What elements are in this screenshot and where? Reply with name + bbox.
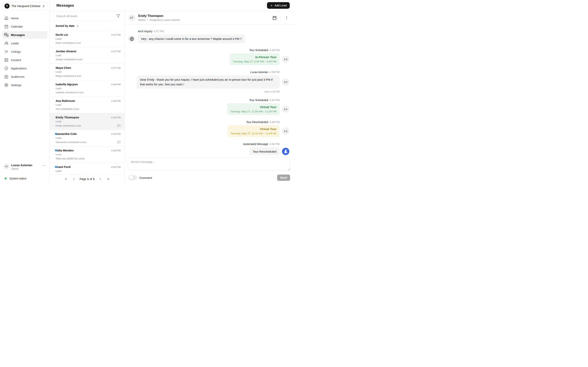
shield-check-icon: [4, 66, 8, 70]
unread-indicator-dot: [55, 166, 57, 168]
sidebar: The Vanguard Chelsea Home Calendar Messa…: [0, 0, 50, 184]
lead-list-item[interactable]: Maya Chen 4:47 PM Lead Maya scheduled a …: [50, 64, 125, 80]
sidebar-item-label: Messages: [11, 33, 25, 37]
first-page-button[interactable]: [64, 177, 68, 181]
calendar-button[interactable]: [272, 15, 277, 21]
sort-label: Sorted by date: [56, 24, 75, 27]
lead-list-item[interactable]: Isabella Nguyen 4:46 PM Lead Isabella sc…: [50, 80, 125, 97]
user-name: Lucas Astorian: [11, 164, 32, 167]
lead-time: 4:45 PM: [111, 166, 121, 168]
lead-status: Isabella scheduled a tour: [56, 91, 84, 94]
search-input[interactable]: [56, 14, 114, 18]
sidebar-item-leads[interactable]: Leads: [2, 40, 47, 47]
lead-name: Emily Thomspon: [56, 116, 79, 119]
top-header: Messages Add Lead: [50, 0, 294, 11]
user-menu-ellipsis-icon[interactable]: [42, 164, 46, 167]
property-selector[interactable]: The Vanguard Chelsea: [2, 2, 47, 10]
lead-list-item[interactable]: Ava Robinson 4:45 PM Lead Ava scheduled …: [50, 97, 125, 113]
lead-type: Lead: [56, 70, 121, 73]
sidebar-item-listings[interactable]: Listings: [2, 48, 47, 55]
lead-type: Lead: [56, 54, 121, 57]
message-bubble: Hey - any chance I could come in for a t…: [138, 34, 245, 43]
sidebar-item-label: Leads: [11, 42, 19, 45]
lead-status: Jordan scheduled a tour: [56, 58, 83, 61]
sort-control[interactable]: Sorted by date: [50, 21, 125, 31]
sidebar-item-audiences[interactable]: Audiences: [2, 73, 47, 81]
lead-time: 4:47 PM: [111, 67, 121, 69]
conversation-header: ET Emily Thomspon Broker•Assigned to Luc…: [125, 11, 294, 25]
message-input[interactable]: [128, 158, 290, 171]
calendar-icon: [4, 25, 8, 29]
lead-time: 4:45 PM: [111, 133, 121, 135]
kebab-menu-button[interactable]: [284, 15, 289, 21]
sidebar-item-applications[interactable]: Applications: [2, 65, 47, 72]
system-status[interactable]: System status: [2, 177, 47, 180]
sent-status: Sent 4:39 PM: [128, 90, 289, 93]
last-page-button[interactable]: [106, 177, 110, 181]
lead-list-item[interactable]: Derik Lin 4:47 PM Lead Derik scheduled a…: [50, 31, 125, 47]
agent-avatar: LA: [282, 105, 289, 113]
chevron-up-down-icon: [42, 5, 45, 8]
filter-funnel-icon[interactable]: [116, 14, 120, 18]
arch-logo-avatar-icon: [282, 148, 289, 155]
comment-toggle-label: Comment: [139, 176, 152, 179]
agent-avatar: LA: [282, 127, 289, 135]
lead-name: Maya Chen: [56, 66, 71, 69]
sidebar-item-home[interactable]: Home: [2, 14, 47, 22]
lead-status: Derik scheduled a tour: [56, 42, 81, 44]
sidebar-item-content[interactable]: Content: [2, 56, 47, 64]
contact-name: Emily Thomspon: [138, 14, 180, 18]
message-list[interactable]: Arch Inquiry 4:37 PM Hey - any chance I …: [125, 25, 294, 155]
messages-icon: [4, 33, 8, 37]
lead-time: 4:45 PM: [111, 100, 121, 102]
sidebar-item-messages[interactable]: Messages: [2, 31, 47, 39]
contact-subtitle: Broker•Assigned to Lucas Astorian: [138, 18, 180, 21]
add-lead-button[interactable]: Add Lead: [267, 2, 290, 9]
next-page-button[interactable]: [98, 177, 102, 181]
lead-list-item[interactable]: Samantha Cole 4:45 PM Lead Samantha sche…: [50, 130, 125, 146]
home-icon: [4, 16, 8, 20]
lead-list-item[interactable]: Jordan Alvarez 4:47 PM Lead Jordan sched…: [50, 47, 125, 64]
tour-card[interactable]: Virtual Tour Tuesday, May 27: 11:50 AM –…: [227, 103, 280, 115]
lead-time: 4:47 PM: [111, 33, 121, 36]
sidebar-item-settings[interactable]: Settings: [2, 81, 47, 89]
image-icon: [4, 58, 8, 62]
tour-rescheduled-event: Tour Rescheduled 4:46 PM Virtual Tour Tu…: [128, 121, 289, 137]
agent-avatar: LA: [282, 56, 289, 63]
lead-status: Ava scheduled a tour: [56, 108, 79, 110]
system-status-label: System status: [9, 177, 26, 180]
sidebar-item-label: Applications: [11, 67, 27, 70]
status-dot-icon: [5, 177, 7, 179]
lead-list-item[interactable]: Talia Mendes 4:45 PM Lead Talia was adde…: [50, 146, 125, 163]
plus-icon: [270, 4, 273, 7]
mail-check-icon: [117, 141, 121, 144]
lead-name: Imani Ford: [56, 165, 71, 168]
globe-avatar-icon: [128, 35, 135, 42]
send-button[interactable]: Send: [277, 175, 290, 181]
lead-status: Talia was added by Lucas: [56, 157, 84, 160]
lead-name: Talia Mendes: [56, 149, 74, 152]
lead-time: 4:45 PM: [111, 116, 121, 119]
prev-page-button[interactable]: [72, 177, 76, 181]
gear-icon: [4, 83, 8, 87]
lead-type: Lead: [56, 103, 121, 106]
lead-list: Derik Lin 4:47 PM Lead Derik scheduled a…: [50, 31, 125, 174]
lead-list-item[interactable]: Imani Ford 4:45 PM Lead Imani was added …: [50, 163, 125, 174]
current-user: LA Lucas Astorian Admin: [2, 164, 47, 170]
lead-name: Samantha Cole: [56, 132, 77, 135]
message-bubble: Tour Rescheduled: [250, 147, 280, 155]
tour-card[interactable]: Virtual Tour Tuesday, May 27: 11:15 AM –…: [227, 125, 280, 137]
sidebar-item-label: Settings: [11, 83, 21, 87]
pagination: Page 1 of 1: [50, 174, 125, 184]
sidebar-item-calendar[interactable]: Calendar: [2, 23, 47, 30]
mail-check-icon: [117, 124, 121, 127]
tour-card[interactable]: In-Person Tour Tuesday, May 27: 3:05 PM …: [230, 53, 280, 65]
lead-time: 4:45 PM: [111, 149, 121, 152]
lead-list-panel: Sorted by date Derik Lin 4:47 PM Lead De…: [50, 11, 125, 184]
message-outbound: Lucas Astorian 4:39 PM Dear Emily - than…: [128, 71, 289, 93]
lead-list-item[interactable]: Emily Thomspon 4:45 PM Lead Emily schedu…: [50, 113, 125, 130]
lead-type: Lead: [56, 87, 121, 90]
comment-toggle[interactable]: [128, 175, 137, 180]
composer: Comment Send: [125, 155, 294, 184]
sidebar-item-label: Calendar: [11, 25, 23, 28]
